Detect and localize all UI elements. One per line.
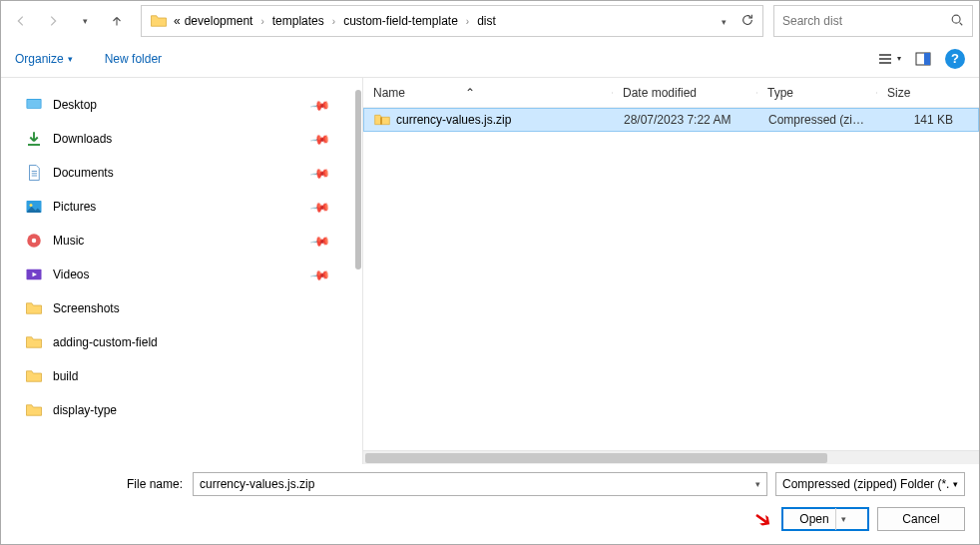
folder-icon — [25, 333, 43, 351]
breadcrumb[interactable]: « development› templates› custom-field-t… — [141, 5, 763, 37]
desktop-icon — [25, 96, 43, 114]
file-type-filter-label: Compressed (zipped) Folder (*. — [782, 477, 953, 491]
column-name[interactable]: Name⌃ — [363, 86, 613, 100]
folder-icon — [25, 401, 43, 419]
pin-icon: 📌 — [309, 196, 331, 218]
sidebar-item-label: adding-custom-field — [53, 335, 158, 349]
file-name-input[interactable] — [200, 477, 749, 491]
pin-icon: 📌 — [309, 128, 331, 150]
folder-icon — [150, 12, 168, 30]
help-button[interactable]: ? — [945, 49, 965, 69]
documents-icon — [25, 164, 43, 182]
pin-icon: 📌 — [309, 94, 331, 116]
up-button[interactable] — [103, 7, 131, 35]
file-name-label: File name: — [15, 477, 185, 491]
file-name-dropdown[interactable]: ▾ — [749, 479, 760, 489]
sort-indicator-icon: ⌃ — [465, 86, 475, 100]
view-options-button[interactable]: ▾ — [877, 47, 901, 71]
sidebar-item-label: display-type — [53, 403, 117, 417]
open-button-label: Open — [799, 512, 828, 526]
file-row[interactable]: currency-values.js.zip 28/07/2023 7:22 A… — [363, 108, 979, 132]
sidebar-item-display-type[interactable]: display-type — [25, 399, 352, 421]
sidebar-item-adding-custom-field[interactable]: adding-custom-field — [25, 331, 352, 353]
breadcrumb-dropdown[interactable]: ▾ — [716, 14, 733, 28]
svg-point-6 — [30, 204, 33, 207]
main-area: Desktop📌 Downloads📌 Documents📌 Pictures📌… — [1, 77, 979, 464]
horizontal-scrollbar[interactable] — [363, 450, 979, 464]
sidebar-item-label: Videos — [53, 268, 89, 281]
pin-icon: 📌 — [309, 230, 331, 252]
column-headers: Name⌃ Date modified Type Size — [363, 78, 979, 108]
sidebar-item-music[interactable]: Music📌 — [25, 230, 352, 252]
refresh-button[interactable] — [736, 13, 758, 30]
column-date[interactable]: Date modified — [613, 86, 757, 100]
svg-point-0 — [952, 15, 960, 23]
organize-menu[interactable]: Organize ▾ — [15, 52, 73, 66]
downloads-icon — [25, 130, 43, 148]
file-list[interactable]: currency-values.js.zip 28/07/2023 7:22 A… — [363, 108, 979, 450]
footer: File name: ▾ Compressed (zipped) Folder … — [1, 464, 979, 544]
sidebar-item-label: Documents — [53, 166, 114, 180]
column-size[interactable]: Size — [877, 86, 979, 100]
open-split-dropdown[interactable]: ▾ — [835, 508, 851, 530]
breadcrumb-item[interactable]: dist — [475, 12, 498, 30]
search-icon[interactable] — [950, 13, 964, 30]
file-name: currency-values.js.zip — [396, 113, 511, 127]
sidebar-item-label: Desktop — [53, 98, 97, 112]
svg-point-8 — [32, 239, 37, 244]
file-date: 28/07/2023 7:22 AM — [614, 113, 758, 127]
breadcrumb-item[interactable]: development — [183, 12, 255, 30]
zip-file-icon — [374, 113, 390, 127]
sidebar-item-pictures[interactable]: Pictures📌 — [25, 196, 352, 218]
pin-icon: 📌 — [309, 162, 331, 184]
column-name-label: Name — [373, 86, 405, 100]
preview-pane-button[interactable] — [911, 47, 935, 71]
sidebar-item-desktop[interactable]: Desktop📌 — [25, 94, 352, 116]
chevron-right-icon[interactable]: › — [460, 16, 475, 27]
search-input[interactable] — [782, 14, 950, 28]
sidebar-item-label: Downloads — [53, 132, 112, 146]
pin-icon: 📌 — [309, 264, 331, 285]
file-type: Compressed (zipp... — [758, 113, 878, 127]
organize-label: Organize — [15, 52, 64, 66]
sidebar-item-documents[interactable]: Documents📌 — [25, 162, 352, 184]
cancel-button[interactable]: Cancel — [877, 507, 965, 531]
breadcrumb-prefix: « — [172, 12, 183, 30]
sidebar-item-label: Screenshots — [53, 301, 120, 315]
svg-rect-10 — [380, 117, 382, 124]
chevron-right-icon[interactable]: › — [326, 16, 341, 27]
open-button[interactable]: Open ▾ — [781, 507, 869, 531]
breadcrumb-item[interactable]: custom-field-template — [341, 12, 460, 30]
file-name-field[interactable]: ▾ — [193, 472, 767, 496]
sidebar-item-screenshots[interactable]: Screenshots — [25, 297, 352, 319]
file-pane: Name⌃ Date modified Type Size currency-v… — [363, 78, 979, 464]
sidebar-scrollbar[interactable] — [354, 90, 362, 452]
breadcrumb-item[interactable]: templates — [270, 12, 326, 30]
recent-locations-button[interactable]: ▾ — [71, 7, 99, 35]
chevron-right-icon[interactable]: › — [254, 16, 269, 27]
sidebar-item-label: Music — [53, 234, 84, 248]
column-type[interactable]: Type — [757, 86, 877, 100]
forward-button[interactable] — [39, 7, 67, 35]
folder-icon — [25, 367, 43, 385]
new-folder-button[interactable]: New folder — [105, 52, 162, 66]
pictures-icon — [25, 198, 43, 216]
file-size: 141 KB — [878, 113, 978, 127]
sidebar-item-videos[interactable]: Videos📌 — [25, 264, 352, 285]
sidebar-item-build[interactable]: build — [25, 365, 352, 387]
sidebar-item-downloads[interactable]: Downloads📌 — [25, 128, 352, 150]
sidebar-item-label: Pictures — [53, 200, 96, 214]
svg-rect-4 — [27, 100, 41, 108]
videos-icon — [25, 266, 43, 283]
folder-icon — [25, 299, 43, 317]
sidebar: Desktop📌 Downloads📌 Documents📌 Pictures📌… — [1, 78, 362, 464]
address-bar-row: ▾ « development› templates› custom-field… — [1, 1, 979, 41]
music-icon — [25, 232, 43, 250]
chevron-down-icon: ▾ — [953, 479, 958, 489]
svg-rect-2 — [924, 53, 930, 65]
file-type-filter[interactable]: Compressed (zipped) Folder (*. ▾ — [775, 472, 965, 496]
back-button[interactable] — [7, 7, 35, 35]
chevron-down-icon: ▾ — [68, 54, 73, 64]
search-box[interactable] — [773, 5, 973, 37]
annotation-arrow-icon: ➔ — [747, 503, 777, 535]
